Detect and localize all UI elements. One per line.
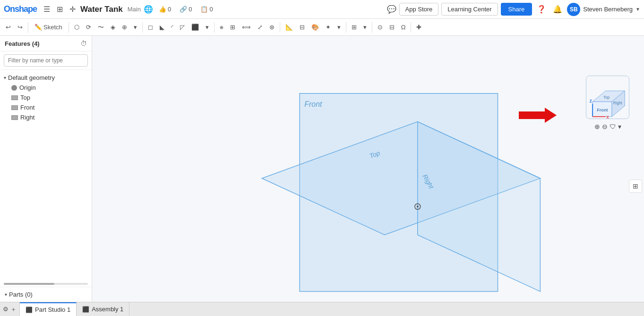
front-plane-label: Front xyxy=(304,100,322,108)
shield-icon[interactable]: 🛡 xyxy=(610,123,616,130)
scrollbar-thumb xyxy=(4,283,54,285)
svg-text:Right: Right xyxy=(613,101,623,105)
appearance-icon: 🎨 xyxy=(311,24,319,31)
svg-text:X: X xyxy=(606,115,609,120)
panel-bottom: ▾ Parts (0) xyxy=(0,287,92,302)
sketch-button[interactable]: ✏️ Sketch xyxy=(31,22,66,33)
user-menu-chevron[interactable]: ▼ xyxy=(635,7,640,12)
onshape-logo[interactable]: Onshape xyxy=(4,4,37,14)
display-states-dropdown[interactable]: ▾ xyxy=(361,22,369,33)
comment-button[interactable]: 💬 xyxy=(387,5,396,14)
view-cube: Front Top Right Z X ⊕ ⊖ 🛡 ▾ xyxy=(577,74,638,130)
display-states-button[interactable]: ⊞ xyxy=(349,22,360,33)
pattern-button[interactable]: ⊞ xyxy=(227,22,238,33)
red-arrow xyxy=(519,106,557,125)
add-icon: ✚ xyxy=(416,24,421,31)
sweep-button[interactable]: 〜 xyxy=(95,21,107,34)
globe-icon[interactable]: 🌐 xyxy=(144,5,153,14)
display-states-icon: ⊞ xyxy=(352,24,357,31)
measure-icon: 📐 xyxy=(285,24,293,31)
revolve-button[interactable]: ⟳ xyxy=(83,22,94,33)
user-name[interactable]: Steven Berneberg xyxy=(583,6,633,13)
parts-label: Parts (0) xyxy=(9,291,33,298)
hamburger-menu[interactable]: ☰ xyxy=(42,3,52,16)
sweep-icon: 〜 xyxy=(98,23,104,32)
measure-button[interactable]: 📐 xyxy=(283,22,296,33)
helix-button[interactable]: ⎈ xyxy=(217,22,226,33)
extrude-button[interactable]: ⬡ xyxy=(71,22,82,33)
toolbar-sep-5 xyxy=(280,22,280,33)
toolbar-sep-8 xyxy=(411,22,411,33)
tree-item-right[interactable]: Right xyxy=(0,112,92,122)
tree-item-top[interactable]: Top xyxy=(0,93,92,102)
filter-input[interactable] xyxy=(4,54,88,67)
shield-dropdown[interactable]: ▾ xyxy=(618,123,621,130)
zoom-in-button[interactable]: ⊕ xyxy=(594,123,600,130)
notifications-button[interactable]: 🔔 xyxy=(551,3,564,16)
plane-icon: ⬛ xyxy=(191,24,199,31)
custom-table-icon: ⊟ xyxy=(389,24,395,31)
app-store-button[interactable]: App Store xyxy=(399,3,439,16)
section-button[interactable]: ⊟ xyxy=(297,22,308,33)
copies-button[interactable]: 📋 0 xyxy=(197,4,215,14)
left-panel: Features (4) ⏱ ▾ Default geometry Origin… xyxy=(0,36,92,302)
tab-settings-button[interactable]: ⚙ xyxy=(3,306,9,313)
fillet-button[interactable]: ◜ xyxy=(168,22,176,33)
viewport[interactable]: Front Top Right Front xyxy=(92,36,644,302)
chamfer-icon: ◸ xyxy=(180,24,185,31)
render-icon: ✦ xyxy=(326,24,331,31)
grid-button[interactable]: ⊞ xyxy=(629,179,642,193)
toolbar-sep-4 xyxy=(214,22,215,33)
links-count: 0 xyxy=(189,6,192,13)
default-geometry-label: Default geometry xyxy=(8,74,55,81)
toolbar-sep-6 xyxy=(346,22,346,33)
bottom-tabs: ⚙ ＋ ⬛ Part Studio 1 ⬛ Assembly 1 xyxy=(0,302,644,316)
feature-list-icon[interactable]: ⊞ xyxy=(55,3,65,16)
part-studio-icon: ⬛ xyxy=(26,307,33,313)
default-geometry-header[interactable]: ▾ Default geometry xyxy=(0,73,92,83)
panel-header: Features (4) ⏱ xyxy=(0,36,92,51)
shell-button[interactable]: ◻ xyxy=(145,22,156,33)
parts-header[interactable]: ▾ Parts (0) xyxy=(5,291,87,298)
boolean-dropdown[interactable]: ▾ xyxy=(131,22,140,33)
origin-icon xyxy=(11,85,17,91)
mate-button[interactable]: ⊛ xyxy=(266,22,277,33)
add-tab-button[interactable]: ＋ xyxy=(10,305,17,314)
loft-button[interactable]: ◈ xyxy=(108,22,118,33)
render-button[interactable]: ✦ xyxy=(323,22,334,33)
plane-dropdown[interactable]: ▾ xyxy=(203,22,212,33)
transform-button[interactable]: ⤢ xyxy=(255,22,266,33)
variables-button[interactable]: Ω xyxy=(398,22,409,33)
tab-part-studio-1[interactable]: ⬛ Part Studio 1 xyxy=(20,302,77,316)
plane-button[interactable]: ⬛ xyxy=(189,22,202,33)
boolean-button[interactable]: ⊕ xyxy=(119,22,130,33)
custom-table-button[interactable]: ⊟ xyxy=(386,22,397,33)
variables-icon: Ω xyxy=(401,24,406,31)
assembly-icon: ⬛ xyxy=(82,306,89,313)
tree-item-front[interactable]: Front xyxy=(0,102,92,112)
help-button[interactable]: ❓ xyxy=(535,3,548,16)
chamfer-button[interactable]: ◸ xyxy=(177,22,188,33)
likes-button[interactable]: 👍 0 xyxy=(156,4,174,14)
toolbar-sep-7 xyxy=(372,22,372,33)
filter-wrapper xyxy=(0,51,92,70)
transform-icon: ⤢ xyxy=(258,24,263,31)
links-button[interactable]: 🔗 0 xyxy=(177,4,195,14)
learning-center-button[interactable]: Learning Center xyxy=(441,3,498,16)
draft-button[interactable]: ◣ xyxy=(157,22,167,33)
share-button[interactable]: Share xyxy=(501,3,532,16)
zoom-out-button[interactable]: ⊖ xyxy=(602,123,608,130)
panel-history-button[interactable]: ⏱ xyxy=(80,40,87,47)
simulation-button[interactable]: ⊙ xyxy=(375,22,386,33)
display-dropdown[interactable]: ▾ xyxy=(335,22,343,33)
mirror-button[interactable]: ⟺ xyxy=(239,22,254,33)
features-title: Features (4) xyxy=(5,40,40,47)
redo-button[interactable]: ↪ xyxy=(15,22,26,33)
tree-item-origin[interactable]: Origin xyxy=(0,83,92,93)
add-toolbar-button[interactable]: ✚ xyxy=(413,22,424,33)
tab-assembly-1[interactable]: ⬛ Assembly 1 xyxy=(77,302,129,316)
appearance-button[interactable]: 🎨 xyxy=(309,22,322,33)
project-title: Water Tank xyxy=(80,5,123,14)
add-feature-icon[interactable]: ✛ xyxy=(68,3,77,16)
undo-button[interactable]: ↩ xyxy=(3,22,14,33)
